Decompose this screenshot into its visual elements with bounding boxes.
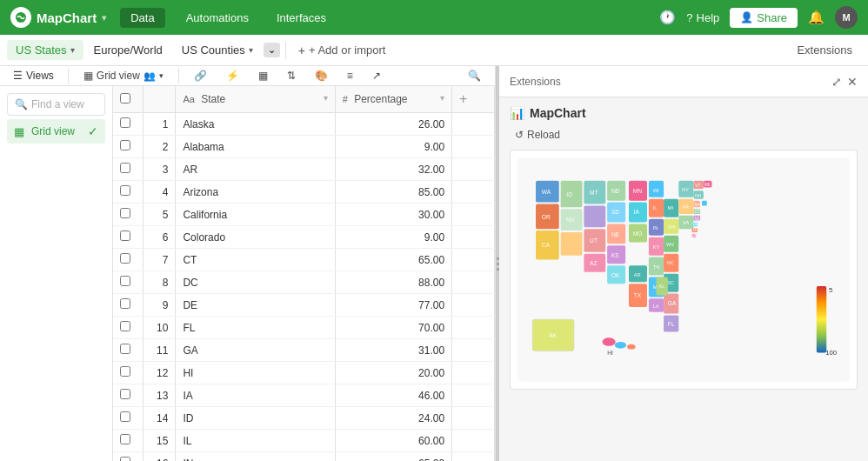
row-checkbox-cell[interactable]	[113, 317, 144, 339]
row-checkbox-cell[interactable]	[113, 430, 144, 452]
logo-text: MapChart	[37, 10, 97, 25]
link-button[interactable]: 🔗	[187, 66, 214, 85]
tab-expand-button[interactable]: ⌄	[264, 43, 280, 57]
row-checkbox[interactable]	[120, 230, 130, 241]
tab-us-states[interactable]: US States ▾	[7, 40, 83, 60]
th-state[interactable]: Aa State ▾	[176, 86, 335, 113]
table-row[interactable]: 9 DE 77.00	[113, 294, 495, 317]
row-checkbox-cell[interactable]	[113, 204, 144, 226]
table-row[interactable]: 4 Arizona 85.00	[113, 181, 495, 204]
reload-button[interactable]: ↺ Reload	[510, 127, 858, 143]
row-checkbox-cell[interactable]	[113, 407, 144, 430]
row-checkbox[interactable]	[120, 185, 130, 196]
mapchart-panel: 📊 MapChart ↺ Reload WA	[499, 97, 868, 398]
svg-text:TX: TX	[634, 292, 642, 298]
extensions-tab[interactable]: Extensions	[788, 40, 861, 60]
table-row[interactable]: 5 California 30.00	[113, 204, 495, 226]
row-checkbox[interactable]	[120, 163, 130, 173]
row-extra	[452, 407, 495, 430]
nav-data-button[interactable]: Data	[120, 8, 164, 28]
table-row[interactable]: 14 ID 24.00	[113, 407, 495, 430]
table-button[interactable]: ▦	[251, 66, 275, 85]
th-percentage-arrow[interactable]: ▾	[440, 93, 444, 103]
search-icon: 🔍	[468, 70, 481, 82]
table-row[interactable]: 12 HI 20.00	[113, 362, 495, 384]
nav-interfaces-button[interactable]: Interfaces	[270, 8, 333, 28]
find-view-search[interactable]: 🔍 Find a view	[7, 93, 105, 116]
table-row[interactable]: 1 Alaska 26.00	[113, 113, 495, 136]
nav-automations-button[interactable]: Automations	[179, 8, 256, 28]
row-checkbox-cell[interactable]	[113, 362, 144, 384]
row-checkbox-cell[interactable]	[113, 339, 144, 362]
grid-view-button[interactable]: ▦ Grid view 👥 ▾	[77, 66, 170, 85]
tab-europe-world[interactable]: Europe/World	[85, 40, 171, 60]
color-button[interactable]: 🎨	[308, 66, 335, 85]
sidebar-item-grid-view[interactable]: ▦ Grid view ✓	[7, 119, 105, 144]
row-checkbox-cell[interactable]	[113, 158, 144, 181]
select-all-checkbox[interactable]	[120, 93, 130, 104]
resize-handle[interactable]	[496, 66, 499, 461]
expand-icon[interactable]: ⤢	[831, 75, 842, 89]
row-state: IA	[176, 384, 335, 407]
table-row[interactable]: 7 CT 65.00	[113, 249, 495, 271]
mapchart-title-text: MapChart	[530, 106, 586, 120]
mapchart-title: 📊 MapChart	[510, 106, 858, 120]
table-row[interactable]: 10 FL 70.00	[113, 317, 495, 339]
row-checkbox[interactable]	[120, 253, 130, 264]
row-checkbox[interactable]	[120, 411, 130, 422]
share-button[interactable]: 👤 Share	[730, 8, 798, 28]
add-import-button[interactable]: + + Add or import	[291, 40, 393, 61]
row-checkbox[interactable]	[120, 208, 130, 218]
row-checkbox-cell[interactable]	[113, 249, 144, 271]
row-checkbox-cell[interactable]	[113, 181, 144, 204]
filter-button[interactable]: ⚡	[219, 66, 246, 85]
th-state-arrow[interactable]: ▾	[324, 93, 328, 103]
row-checkbox[interactable]	[120, 140, 130, 150]
table-row[interactable]: 8 DC 88.00	[113, 271, 495, 294]
tab-us-counties[interactable]: US Counties ▾	[173, 40, 262, 60]
th-add-column[interactable]: +	[452, 86, 495, 113]
avatar[interactable]: M	[835, 6, 858, 29]
th-checkbox[interactable]	[113, 86, 144, 113]
row-checkbox-cell[interactable]	[113, 271, 144, 294]
row-checkbox[interactable]	[120, 366, 130, 377]
row-checkbox[interactable]	[120, 457, 130, 461]
table-row[interactable]: 13 IA 46.00	[113, 384, 495, 407]
row-checkbox-cell[interactable]	[113, 294, 144, 317]
views-button[interactable]: ☰ Views	[7, 67, 60, 84]
sort-button[interactable]: ⇅	[280, 66, 303, 85]
row-checkbox[interactable]	[120, 298, 130, 309]
row-checkbox[interactable]	[120, 344, 130, 354]
table-row[interactable]: 3 AR 32.00	[113, 158, 495, 181]
table-row[interactable]: 16 IN 65.00	[113, 452, 495, 462]
row-number: 9	[144, 294, 176, 317]
table-row[interactable]: 15 IL 60.00	[113, 430, 495, 452]
row-checkbox-cell[interactable]	[113, 113, 144, 136]
search-button[interactable]: 🔍	[461, 66, 488, 85]
svg-text:OR: OR	[542, 214, 551, 220]
help-button[interactable]: ? Help	[686, 11, 719, 24]
table-row[interactable]: 11 GA 31.00	[113, 339, 495, 362]
row-checkbox[interactable]	[120, 389, 130, 399]
row-height-button[interactable]: ≡	[340, 66, 360, 85]
table-row[interactable]: 6 Colorado 9.00	[113, 226, 495, 249]
table-row[interactable]: 2 Alabama 9.00	[113, 136, 495, 158]
close-icon[interactable]: ✕	[847, 75, 858, 89]
row-checkbox-cell[interactable]	[113, 452, 144, 462]
svg-text:NE: NE	[611, 231, 620, 237]
grid-area[interactable]: Aa State ▾ # Percentage ▾ +	[113, 86, 495, 461]
history-icon[interactable]: 🕐	[659, 10, 676, 25]
row-checkbox[interactable]	[120, 434, 130, 444]
notifications-icon[interactable]: 🔔	[808, 10, 825, 25]
row-checkbox[interactable]	[120, 321, 130, 331]
add-column-icon[interactable]: +	[459, 91, 467, 106]
logo[interactable]: MapChart ▾	[10, 7, 106, 28]
row-number: 1	[144, 113, 176, 136]
share-view-button[interactable]: ↗	[365, 66, 388, 85]
th-percentage[interactable]: # Percentage ▾	[335, 86, 451, 113]
row-checkbox[interactable]	[120, 276, 130, 286]
row-checkbox-cell[interactable]	[113, 384, 144, 407]
row-checkbox-cell[interactable]	[113, 226, 144, 249]
row-checkbox-cell[interactable]	[113, 136, 144, 158]
row-checkbox[interactable]	[120, 117, 130, 128]
